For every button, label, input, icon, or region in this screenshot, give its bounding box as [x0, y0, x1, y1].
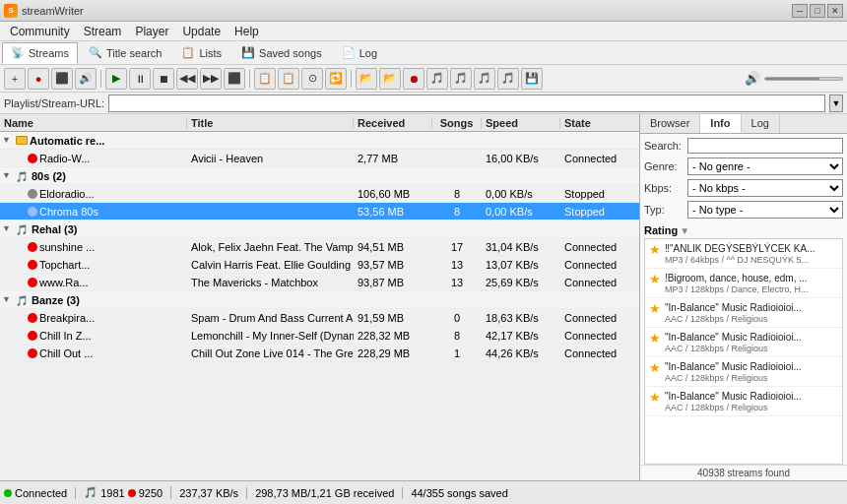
- star-icon: ★: [649, 272, 661, 286]
- list-item[interactable]: Chill Out ... Chill Out Zone Live 014 - …: [0, 345, 639, 362]
- settings-button[interactable]: ⊙: [301, 68, 323, 90]
- url-input[interactable]: [108, 94, 825, 112]
- right-panel-tabs: Browser Info Log: [640, 114, 847, 134]
- main-area: Name Title Received Songs Speed State ▼ …: [0, 114, 847, 480]
- open-button[interactable]: 📂: [356, 68, 377, 90]
- list-item[interactable]: ▼ Automatic re...: [0, 132, 639, 150]
- rec2-button[interactable]: ⏺: [403, 68, 424, 90]
- sort-icon[interactable]: ▼: [680, 225, 689, 236]
- list-item[interactable]: ★ "In-Balance" Music Radioioioi... AAC /…: [645, 298, 842, 328]
- volume-slider[interactable]: [764, 77, 843, 81]
- list-item[interactable]: Radio-W... Avicii - Heaven 2,77 MB 16,00…: [0, 150, 639, 167]
- status-dot: [28, 331, 37, 341]
- status-bar: Connected 🎵 1981 9250 237,37 KB/s 298,73…: [0, 480, 847, 504]
- list-item[interactable]: ★ "In-Balance" Music Radioioioi... AAC /…: [645, 357, 842, 387]
- list-item[interactable]: sunshine ... Alok, Felix Jaehn Feat. The…: [0, 238, 639, 256]
- list-item[interactable]: ▼ 🎵 80s (2): [0, 167, 639, 185]
- record-button[interactable]: ●: [28, 68, 49, 90]
- stop-all-button[interactable]: ⬛: [51, 68, 73, 90]
- folder-icon: [16, 136, 28, 145]
- pause-button[interactable]: ⏸: [129, 68, 151, 90]
- list-item[interactable]: Chill In Z... Lemonchill - My Inner-Self…: [0, 327, 639, 345]
- type-select[interactable]: - No type -: [687, 201, 843, 219]
- menu-update[interactable]: Update: [176, 23, 227, 40]
- play-button[interactable]: ▶: [105, 68, 127, 90]
- status-dot: [28, 207, 37, 217]
- flag-icon: 🎵: [16, 171, 30, 181]
- list-item[interactable]: www.Ra... The Mavericks - Matchbox 93,87…: [0, 274, 639, 291]
- maximize-button[interactable]: □: [810, 4, 825, 18]
- list-item[interactable]: ▼ 🎵 Banze (3): [0, 291, 639, 309]
- stream-name: Breakpira...: [0, 312, 187, 324]
- kbps-select[interactable]: - No kbps -: [687, 179, 843, 197]
- col-title[interactable]: Title: [187, 117, 354, 129]
- list-item[interactable]: ★ "In-Balance" Music Radioioioi... AAC /…: [645, 387, 842, 416]
- minimize-button[interactable]: ─: [792, 4, 808, 18]
- tab-title-search[interactable]: 🔍 Title search: [80, 42, 170, 64]
- music1-button[interactable]: 🎵: [426, 68, 448, 90]
- status-received: 298,73 MB/1,21 GB received: [255, 487, 403, 499]
- menu-player[interactable]: Player: [129, 23, 174, 40]
- tab-info[interactable]: Info: [700, 114, 741, 133]
- stream-name: Chill In Z...: [0, 330, 187, 342]
- stream-panel: Name Title Received Songs Speed State ▼ …: [0, 114, 640, 480]
- clipboard-button[interactable]: 📋: [254, 68, 276, 90]
- tab-streams[interactable]: 📡 Streams: [2, 42, 78, 64]
- genre-row: Genre: - No genre -: [644, 158, 843, 175]
- col-speed[interactable]: Speed: [482, 117, 560, 129]
- star-icon: ★: [649, 360, 661, 375]
- mute-button[interactable]: 🔊: [75, 68, 97, 90]
- col-received[interactable]: Received: [354, 117, 432, 129]
- tab-log[interactable]: Log: [742, 114, 780, 133]
- refresh-button[interactable]: 🔁: [325, 68, 347, 90]
- tab-browser[interactable]: Browser: [640, 114, 700, 133]
- status-dot: [28, 313, 37, 323]
- expand-icon[interactable]: ▼: [2, 170, 14, 182]
- search-input[interactable]: [687, 138, 843, 154]
- list-item[interactable]: Eldoradio... 106,60 MB 8 0,00 KB/s Stopp…: [0, 185, 639, 203]
- list-item[interactable]: Breakpira... Spam - Drum And Bass Curren…: [0, 309, 639, 327]
- next-button[interactable]: ▶▶: [200, 68, 222, 90]
- expand-icon[interactable]: ▼: [2, 294, 14, 306]
- tab-lists[interactable]: 📋 Lists: [172, 42, 230, 64]
- list-item[interactable]: ★ "In-Balance" Music Radioioioi... AAC /…: [645, 328, 842, 357]
- list-item[interactable]: ★ !Bigroom, dance, house, edm, ... MP3 /…: [645, 269, 842, 298]
- url-dropdown[interactable]: ▼: [829, 94, 843, 112]
- col-name[interactable]: Name: [0, 117, 187, 129]
- search-label: Search:: [644, 140, 684, 152]
- col-songs[interactable]: Songs: [432, 117, 482, 129]
- title-bar: S streamWriter ─ □ ✕: [0, 0, 847, 22]
- tab-log[interactable]: 📄 Log: [333, 42, 386, 64]
- list-item[interactable]: ★ ‼"ANLIK DEGÝSEBÝLÝCEK KA... MP3 / 64kb…: [645, 239, 842, 269]
- genre-select[interactable]: - No genre -: [687, 158, 843, 175]
- add-button[interactable]: +: [4, 68, 26, 90]
- skip-button[interactable]: ⬛: [224, 68, 245, 90]
- expand-icon[interactable]: ▼: [2, 223, 14, 235]
- col-state[interactable]: State: [560, 117, 639, 129]
- close-button[interactable]: ✕: [827, 4, 843, 18]
- music3-button[interactable]: 🎵: [474, 68, 495, 90]
- tab-saved-songs[interactable]: 💾 Saved songs: [232, 42, 331, 64]
- stream-name: Eldoradio...: [0, 188, 187, 200]
- menu-help[interactable]: Help: [228, 23, 265, 40]
- kbps-row: Kbps: - No kbps -: [644, 179, 843, 197]
- clipboard2-button[interactable]: 📋: [278, 68, 299, 90]
- prev-button[interactable]: ◀◀: [176, 68, 198, 90]
- stream-name: Chill Out ...: [0, 347, 187, 359]
- save-button[interactable]: 💾: [521, 68, 543, 90]
- list-item[interactable]: ▼ 🎵 Rehal (3): [0, 220, 639, 238]
- title-bar-controls[interactable]: ─ □ ✕: [792, 4, 843, 18]
- expand-icon[interactable]: ▼: [2, 135, 14, 147]
- menu-community[interactable]: Community: [4, 23, 76, 40]
- music2-button[interactable]: 🎵: [450, 68, 472, 90]
- stream-name: ▼ 🎵 Rehal (3): [0, 223, 187, 235]
- app-icon: S: [4, 4, 18, 18]
- stream-name: ▼ 🎵 Banze (3): [0, 294, 187, 306]
- open2-button[interactable]: 📂: [379, 68, 401, 90]
- list-item[interactable]: Topchart... Calvin Harris Feat. Ellie Go…: [0, 256, 639, 274]
- stop-button[interactable]: ⏹: [153, 68, 174, 90]
- volume-icon: 🔊: [745, 71, 760, 86]
- list-item[interactable]: Chroma 80s 53,56 MB 8 0,00 KB/s Stopped: [0, 203, 639, 220]
- menu-stream[interactable]: Stream: [78, 23, 128, 40]
- music4-button[interactable]: 🎵: [497, 68, 519, 90]
